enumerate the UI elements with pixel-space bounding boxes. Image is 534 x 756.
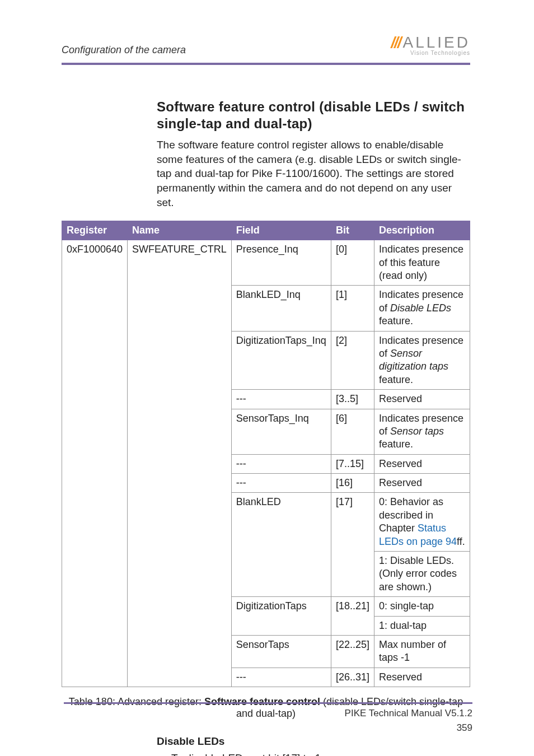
cell-bit: [2]: [331, 331, 374, 390]
cell-desc: Reserved: [374, 454, 470, 473]
cell-bit: [18..21]: [331, 597, 374, 616]
cell-desc: Indicates presence of Sensor digitizatio…: [374, 331, 470, 390]
section-heading: Software feature control (disable LEDs /…: [157, 99, 470, 132]
th-name: Name: [128, 221, 232, 240]
table-row: SensorTaps_Inq [6] Indicates presence of…: [62, 409, 470, 454]
th-register: Register: [62, 221, 128, 240]
table-row: 0xF1000640 SWFEATURE_CTRL Presence_Inq […: [62, 240, 470, 286]
th-field: Field: [231, 221, 331, 240]
cell-name: SWFEATURE_CTRL: [128, 240, 232, 286]
cell-bit: [16]: [331, 474, 374, 493]
cell-desc: 0: single-tap: [374, 597, 470, 616]
cell-field: SensorTaps: [231, 635, 331, 668]
cell-bit: [26..31]: [331, 668, 374, 687]
header-section-title: Configuration of the camera: [62, 44, 186, 56]
table-row: 1: dual-tap: [62, 616, 470, 635]
register-table: Register Name Field Bit Description 0xF1…: [62, 221, 470, 687]
table-row: DigitizationTaps_Inq [2] Indicates prese…: [62, 331, 470, 390]
list-item: To disable LEDs set bit [17] to 1.: [171, 751, 470, 756]
table-row: BlankLED [17] 0: Behavior as described i…: [62, 493, 470, 552]
bullet-list: To disable LEDs set bit [17] to 1. To di…: [157, 751, 470, 756]
table-row: --- [7..15] Reserved: [62, 454, 470, 473]
footer-rule: [64, 702, 472, 704]
cell-field: DigitizationTaps: [231, 597, 331, 616]
cell-field: ---: [231, 390, 331, 409]
cell-desc: Indicates presence of this feature (read…: [374, 240, 470, 286]
cell-desc: Indicates presence of Disable LEDs featu…: [374, 286, 470, 331]
intro-paragraph: The software feature control register al…: [157, 138, 470, 209]
subsection-heading: Disable LEDs: [157, 735, 470, 748]
th-description: Description: [374, 221, 470, 240]
cell-bit: [7..15]: [331, 454, 374, 473]
cell-bit: [3..5]: [331, 390, 374, 409]
cell-desc: 0: Behavior as described in Chapter Stat…: [374, 493, 470, 552]
cell-bit: [0]: [331, 240, 374, 286]
cell-field: ---: [231, 474, 331, 493]
logo-text: ALLIED: [403, 34, 471, 51]
cell-bit: [6]: [331, 409, 374, 454]
cell-desc: Reserved: [374, 668, 470, 687]
table-header-row: Register Name Field Bit Description: [62, 221, 470, 240]
header-rule: [62, 63, 470, 65]
table-row: SensorTaps [22..25] Max number of taps -…: [62, 635, 470, 668]
table-row: --- [3..5] Reserved: [62, 390, 470, 409]
table-row: 1: Disable LEDs. (Only error codes are s…: [62, 552, 470, 597]
cell-desc: Indicates presence of Sensor taps featur…: [374, 409, 470, 454]
cell-field: Presence_Inq: [231, 240, 331, 286]
table-row: --- [16] Reserved: [62, 474, 470, 493]
cell-desc: 1: dual-tap: [374, 616, 470, 635]
cell-field: DigitizationTaps_Inq: [231, 331, 331, 390]
cell-desc: Reserved: [374, 474, 470, 493]
cell-desc: Max number of taps -1: [374, 635, 470, 668]
cell-field: ---: [231, 454, 331, 473]
cell-field: BlankLED: [231, 493, 331, 552]
footer-page-number: 359: [345, 722, 472, 734]
cell-register: 0xF1000640: [62, 240, 128, 286]
cell-field: ---: [231, 668, 331, 687]
table-row: --- [26..31] Reserved: [62, 668, 470, 687]
page-header: Configuration of the camera ///ALLIED Vi…: [62, 34, 470, 56]
table-row: DigitizationTaps [18..21] 0: single-tap: [62, 597, 470, 616]
cell-bit: [22..25]: [331, 635, 374, 668]
th-bit: Bit: [331, 221, 374, 240]
cell-field: BlankLED_Inq: [231, 286, 331, 331]
page-footer: PIKE Technical Manual V5.1.2 359: [345, 708, 472, 734]
cell-desc: Reserved: [374, 390, 470, 409]
table-row: BlankLED_Inq [1] Indicates presence of D…: [62, 286, 470, 331]
cell-desc: 1: Disable LEDs. (Only error codes are s…: [374, 552, 470, 597]
cell-bit: [17]: [331, 493, 374, 552]
cell-bit: [1]: [331, 286, 374, 331]
brand-logo: ///ALLIED Vision Technologies: [391, 35, 470, 56]
footer-manual-title: PIKE Technical Manual V5.1.2: [345, 708, 472, 719]
logo-subtext: Vision Technologies: [391, 50, 470, 56]
cell-field: SensorTaps_Inq: [231, 409, 331, 454]
